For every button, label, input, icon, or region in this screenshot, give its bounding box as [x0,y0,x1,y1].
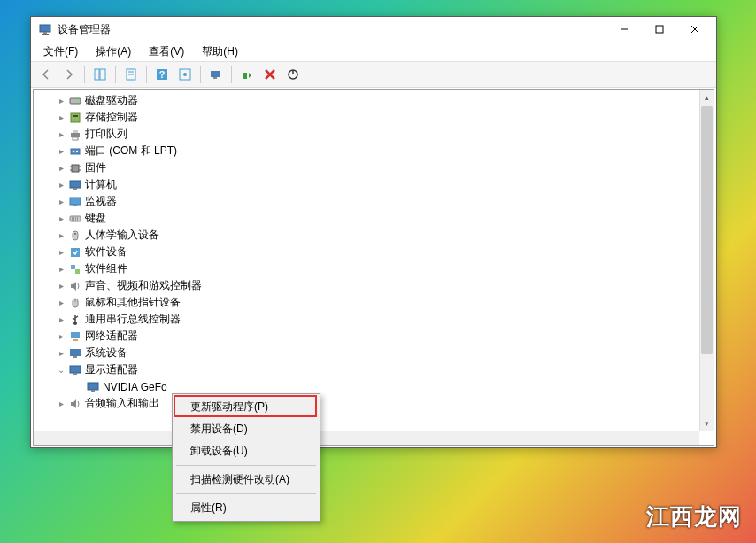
ctx-update-driver[interactable]: 更新驱动程序(P) [174,396,318,418]
uninstall-button[interactable] [260,65,280,84]
tree-item[interactable]: ▸端口 (COM 和 LPT) [37,143,696,159]
show-hide-tree-button[interactable] [90,65,110,84]
svg-rect-55 [73,356,77,358]
ctx-scan-hw[interactable]: 扫描检测硬件改动(A) [174,469,318,491]
scroll-down-button[interactable]: ▾ [700,416,714,431]
properties-button[interactable] [121,65,141,84]
tree-item[interactable]: ▸存储控制器 [37,109,696,126]
maximize-button[interactable] [642,18,677,41]
update-driver-button[interactable] [237,65,257,84]
svg-rect-16 [211,71,220,77]
device-tree[interactable]: ▸磁盘驱动器▸存储控制器▸打印队列▸端口 (COM 和 LPT)▸固件▸计算机▸… [34,90,699,431]
svg-rect-43 [73,231,78,240]
expander-icon[interactable]: ⌄ [55,364,67,376]
tree-item[interactable]: ▸磁盘驱动器 [37,92,696,109]
minimize-button[interactable] [606,18,642,41]
tree-item[interactable]: ▸打印队列 [37,126,696,143]
expander-icon[interactable]: ▸ [55,314,67,326]
ctx-separator [176,465,316,466]
expander-icon[interactable]: ▸ [55,95,67,107]
expander-icon[interactable]: ▸ [55,196,67,208]
scroll-up-button[interactable]: ▴ [700,90,714,105]
svg-rect-47 [75,269,80,274]
tree-item[interactable]: ▸通用串行总线控制器 [37,311,696,328]
disable-button[interactable] [283,65,303,84]
svg-point-21 [78,100,80,102]
expander-icon[interactable]: ▸ [55,398,67,410]
svg-rect-54 [70,349,81,356]
expander-icon[interactable] [73,381,85,393]
tree-item-label: 通用串行总线控制器 [85,312,181,327]
expander-icon[interactable]: ▸ [55,145,67,158]
tree-item[interactable]: ▸计算机 [37,176,696,193]
action-button[interactable] [175,65,195,84]
svg-rect-39 [73,205,77,206]
menu-view[interactable]: 查看(V) [140,43,193,61]
tree-item[interactable]: ▸音频输入和输出 [37,395,696,412]
tree-item[interactable]: ▸声音、视频和游戏控制器 [37,277,696,294]
menu-file[interactable]: 文件(F) [35,43,87,61]
svg-rect-56 [70,366,81,373]
tree-item[interactable]: ▸固件 [37,159,696,176]
tree-item[interactable]: ▸系统设备 [37,345,696,361]
svg-rect-25 [73,130,78,133]
svg-rect-18 [243,73,247,79]
svg-rect-27 [71,149,80,154]
expander-icon[interactable]: ▸ [55,280,67,292]
tree-item-label: 存储控制器 [85,110,138,125]
tree-item[interactable]: ▸软件设备 [37,244,696,260]
help-button[interactable]: ? [152,65,172,84]
expander-icon[interactable]: ▸ [55,297,67,309]
expander-icon[interactable]: ▸ [55,246,67,259]
storage-icon [67,111,83,125]
horizontal-scrollbar[interactable] [34,431,699,445]
expander-icon[interactable]: ▸ [55,179,67,191]
gpu-icon [85,380,101,394]
svg-rect-17 [213,77,217,79]
svg-rect-0 [40,25,50,32]
svg-rect-4 [656,26,663,33]
expander-icon[interactable]: ▸ [55,347,67,360]
expander-icon[interactable]: ▸ [55,128,67,141]
scan-hw-button[interactable] [206,65,226,84]
expander-icon[interactable]: ▸ [55,162,67,175]
svg-rect-1 [43,32,47,34]
tree-item-label: 系统设备 [85,345,127,361]
tree-item[interactable]: ▸人体学输入设备 [37,227,696,244]
expander-icon[interactable]: ▸ [55,213,67,225]
svg-point-44 [74,233,76,235]
back-button[interactable] [36,65,56,84]
tree-item-label: 键盘 [85,211,106,226]
svg-rect-30 [72,165,79,172]
tree-item[interactable]: ⌄显示适配器 [37,361,696,378]
tree-item[interactable]: ▸网络适配器 [37,328,696,345]
ctx-properties[interactable]: 属性(R) [174,497,318,519]
device-manager-window: 设备管理器 文件(F) 操作(A) 查看(V) 帮助(H) ? [30,16,717,448]
tree-item-label: 显示适配器 [85,362,138,377]
svg-rect-35 [70,181,81,188]
svg-rect-7 [95,69,99,80]
menu-help[interactable]: 帮助(H) [193,43,247,61]
ctx-uninstall-device[interactable]: 卸载设备(U) [174,440,318,462]
tree-item[interactable]: NVIDIA GeFo [37,378,696,395]
expander-icon[interactable]: ▸ [55,229,67,242]
close-button[interactable] [677,18,713,41]
expander-icon[interactable]: ▸ [55,330,67,343]
scroll-thumb[interactable] [701,106,713,354]
vertical-scrollbar[interactable]: ▴ ▾ [699,90,714,431]
svg-rect-36 [73,188,77,190]
expander-icon[interactable]: ▸ [55,263,67,275]
ctx-disable-device[interactable]: 禁用设备(D) [174,418,318,440]
monitor-icon [67,195,83,209]
svg-rect-22 [71,113,80,122]
tree-item[interactable]: ▸软件组件 [37,260,696,277]
expander-icon[interactable]: ▸ [55,112,67,124]
tree-item[interactable]: ▸监视器 [37,193,696,210]
tree-item[interactable]: ▸鼠标和其他指针设备 [37,294,696,311]
tree-item-label: 端口 (COM 和 LPT) [85,144,177,159]
svg-rect-24 [71,133,80,137]
tree-item-label: 人体学输入设备 [85,228,159,243]
forward-button[interactable] [59,65,79,84]
menu-action[interactable]: 操作(A) [87,43,140,61]
tree-item[interactable]: ▸键盘 [37,210,696,227]
